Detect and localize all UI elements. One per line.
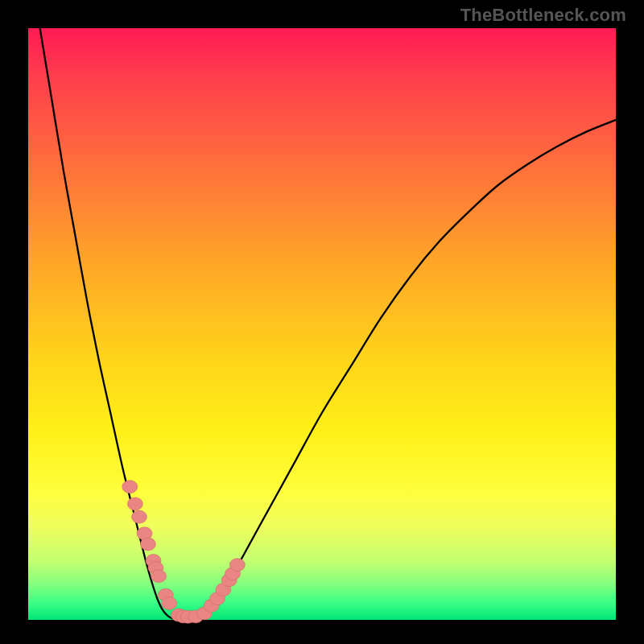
data-marker xyxy=(151,570,167,583)
data-marker xyxy=(127,497,142,510)
data-marker xyxy=(229,559,245,572)
plot-area xyxy=(28,28,616,620)
marker-group xyxy=(122,481,246,624)
data-marker xyxy=(131,510,147,523)
data-marker xyxy=(140,538,155,551)
data-marker xyxy=(122,481,138,493)
chart-svg xyxy=(28,28,616,620)
watermark-text: TheBottleneck.com xyxy=(460,5,626,26)
bottleneck-curve xyxy=(40,28,616,620)
chart-frame: TheBottleneck.com xyxy=(0,0,644,644)
data-marker xyxy=(162,597,177,609)
